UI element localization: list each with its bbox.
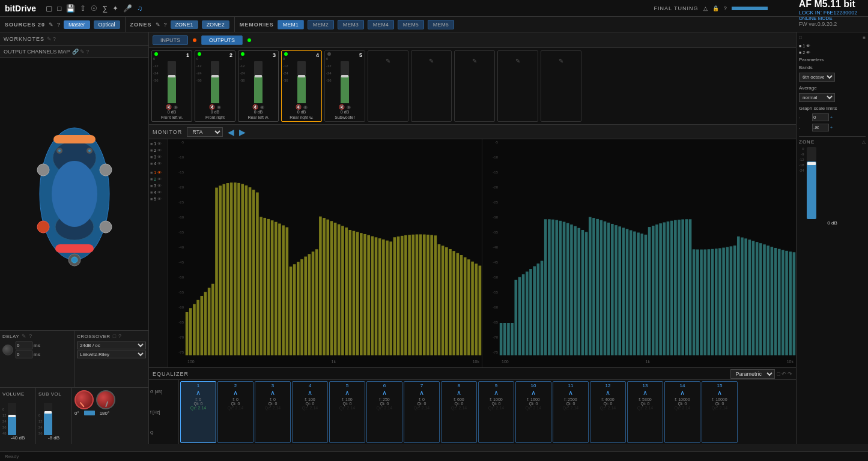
average-select[interactable]: normal: [799, 93, 835, 102]
delay-edit-icon[interactable]: ✎: [22, 333, 26, 339]
monitor-left-arrow[interactable]: ◀: [228, 127, 234, 137]
crossover-info-icon[interactable]: ?: [118, 333, 121, 339]
ch4-mute-icon[interactable]: 🔇: [296, 104, 302, 110]
mem1-btn[interactable]: MEM1: [278, 20, 304, 29]
crossover-slope-select[interactable]: 24dB / oc: [77, 342, 146, 349]
delay-value2-input[interactable]: [16, 351, 32, 358]
inputs-btn[interactable]: INPUTS: [153, 35, 188, 45]
eq-band-13[interactable]: 13 ∧ f: 5300 Qi: 0 Qz: 2.14: [627, 381, 663, 443]
volume-fader-handle[interactable]: [8, 415, 16, 417]
ch4-solo-icon[interactable]: ◉: [303, 104, 308, 110]
eq-band-3[interactable]: 3 ∧ f: 0 Qi: 0 Qz: 2.14: [255, 381, 291, 443]
crossover-expand-icon[interactable]: □: [113, 333, 116, 339]
ch3-mute-icon[interactable]: 🔇: [252, 104, 258, 110]
mem5-btn[interactable]: MEM5: [398, 20, 424, 29]
zones-edit-icon[interactable]: ✎: [156, 22, 160, 28]
eq-band-2[interactable]: 2 ∧ f: 0 Qi: 0 Qz: 2.14: [217, 381, 253, 443]
rta-expand-icon[interactable]: □: [799, 35, 802, 40]
ch-eye-2[interactable]: 👁: [806, 50, 810, 55]
eq-band-1[interactable]: 1 ∧ f: 0 Qi: 0 Qz: 2.14: [180, 381, 216, 443]
rta-ch-2-eye-icon[interactable]: 👁: [157, 148, 162, 152]
sub-vol-fader-track[interactable]: [44, 403, 52, 435]
ch4-fader-handle[interactable]: [298, 75, 305, 77]
phase-toggle[interactable]: [84, 411, 95, 415]
delay-value-input[interactable]: [16, 342, 32, 349]
outputs-btn[interactable]: OUTPUTS: [201, 35, 243, 45]
ch1-mute-icon[interactable]: 🔇: [166, 104, 172, 110]
eq-band-14[interactable]: 14 ∧ f: 10000 Qi: 0 Qz: 2.14: [664, 381, 700, 443]
mem2-btn[interactable]: MEM2: [308, 20, 334, 29]
tool-icon[interactable]: ✦: [112, 4, 118, 13]
ch3-fader-handle[interactable]: [255, 75, 262, 77]
mem3-btn[interactable]: MEM3: [338, 20, 364, 29]
eq-band-5[interactable]: 5 ∧ f: 160 Qi: 0 Qz: 2.14: [329, 381, 365, 443]
sub-vol-fader-handle[interactable]: [44, 411, 52, 414]
ch2-fader-bar[interactable]: [211, 61, 219, 103]
file-open-icon[interactable]: □: [57, 4, 61, 13]
wave-icon[interactable]: ♫: [137, 4, 142, 13]
file-save-icon[interactable]: 💾: [66, 4, 75, 13]
mic-icon[interactable]: 🎤: [123, 4, 132, 13]
rta-ch-3-eye-icon[interactable]: 👁: [157, 155, 162, 159]
ch3-fader-bar[interactable]: [254, 61, 263, 103]
mem6-btn[interactable]: MEM6: [428, 20, 454, 29]
sources-edit-icon[interactable]: ✎: [49, 22, 53, 28]
source-optical-btn[interactable]: Optical: [94, 20, 120, 29]
output-map-info-icon[interactable]: ?: [86, 49, 89, 55]
crossover-type-select[interactable]: Linkwitz-Riley: [77, 351, 146, 358]
zone-expand-icon[interactable]: △: [862, 139, 866, 145]
eq-band-9[interactable]: 9 ∧ f: 1000 Qi: 0 Qz: 2.14: [478, 381, 514, 443]
eq-undo-icon[interactable]: ↶: [782, 371, 786, 377]
ch1-fader-bar[interactable]: [168, 61, 176, 103]
phase-knob-2[interactable]: [96, 390, 115, 409]
zones-info-icon[interactable]: ?: [164, 22, 167, 28]
volume-fader-track[interactable]: [8, 403, 16, 435]
ch10-edit-icon[interactable]: ✎: [559, 58, 563, 64]
rta-ch-8-eye-icon[interactable]: 👁: [157, 190, 162, 194]
ch6-edit-icon[interactable]: ✎: [386, 58, 390, 64]
scale-max-input[interactable]: [812, 113, 829, 121]
upload-icon[interactable]: ⇧: [80, 4, 86, 13]
ch-2-toggle[interactable]: 2: [803, 50, 805, 55]
rta-ch-1-eye-icon[interactable]: 👁: [157, 142, 162, 146]
parametric-select[interactable]: Parametric: [730, 369, 775, 379]
ch5-mute-icon[interactable]: 🔇: [339, 104, 345, 110]
ch5-fader-bar[interactable]: [341, 61, 349, 103]
ch-1-toggle[interactable]: 1: [803, 44, 805, 48]
ch1-fader-handle[interactable]: [168, 75, 175, 77]
worknotes-info-icon[interactable]: ?: [53, 36, 56, 42]
rta-ch-5-eye-icon[interactable]: 👁: [157, 170, 162, 175]
eq-band-10[interactable]: 10 ∧ f: 1600 Qi: 0 Qz: 2.14: [515, 381, 551, 443]
ch9-edit-icon[interactable]: ✎: [515, 58, 520, 64]
zone1-btn[interactable]: ZONE1: [171, 20, 198, 29]
eq-band-12[interactable]: 12 ∧ f: 4000 Qi: 0 Qz: 2.14: [590, 381, 626, 443]
node-icon[interactable]: ☉: [91, 4, 97, 13]
monitor-mode-select[interactable]: RTA: [187, 127, 223, 137]
scale-min-plus[interactable]: +: [830, 125, 833, 130]
output-map-edit-icon[interactable]: ✎: [80, 49, 85, 55]
ch2-fader-handle[interactable]: [211, 75, 219, 77]
ch2-solo-icon[interactable]: ◉: [217, 104, 221, 110]
file-new-icon[interactable]: ▢: [46, 4, 52, 13]
eq-band-8[interactable]: 8 ∧ f: 600 Qi: 0 Qz: 2.14: [441, 381, 477, 443]
eq-band-15[interactable]: 15 ∧ f: 16000 Qi: 0 Qz: 2.14: [702, 381, 738, 443]
ch5-solo-icon[interactable]: ◉: [347, 104, 351, 110]
ch1-solo-icon[interactable]: ◉: [174, 104, 178, 110]
monitor-right-arrow[interactable]: ▶: [239, 127, 246, 137]
delay-knob[interactable]: [2, 345, 13, 355]
rta-ch-4-eye-icon[interactable]: 👁: [157, 161, 162, 166]
zone-fader-handle[interactable]: [807, 162, 816, 165]
ch7-edit-icon[interactable]: ✎: [429, 58, 434, 64]
source-master-btn[interactable]: Master: [64, 20, 90, 29]
worknotes-edit-icon[interactable]: ✎: [47, 36, 52, 42]
rta-aspect-icon[interactable]: ■: [863, 35, 866, 40]
ch8-edit-icon[interactable]: ✎: [472, 58, 477, 64]
rta-ch-7-eye-icon[interactable]: 👁: [157, 184, 162, 188]
eq-redo-icon[interactable]: ↷: [788, 371, 792, 377]
bands-select[interactable]: 6th octave: [799, 73, 835, 82]
zone2-btn[interactable]: ZONE2: [202, 20, 229, 29]
rta-ch-9-eye-icon[interactable]: 👁: [157, 197, 162, 201]
rta-ch-6-eye-icon[interactable]: 👁: [157, 177, 162, 181]
delay-info-icon[interactable]: ?: [29, 333, 32, 339]
final-tuning-button[interactable]: [732, 7, 768, 10]
